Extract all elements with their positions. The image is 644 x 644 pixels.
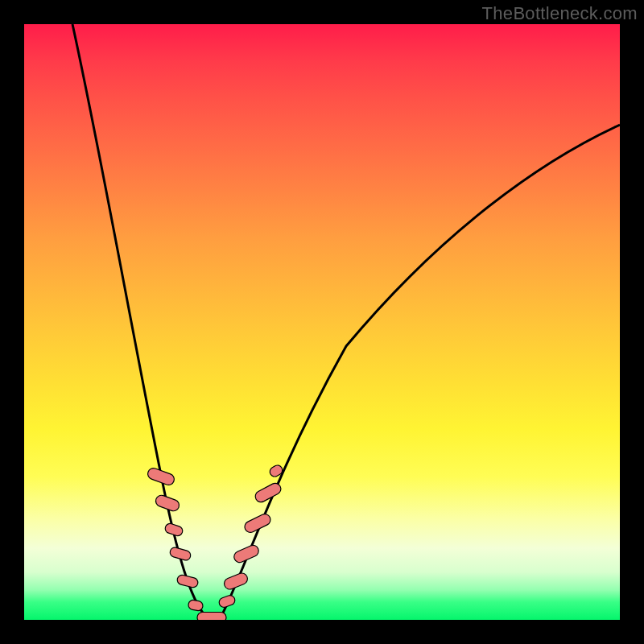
chart-frame: TheBottleneck.com <box>0 0 644 644</box>
marker-group <box>147 464 284 620</box>
marker <box>197 613 226 621</box>
curve-left-branch <box>72 24 208 618</box>
marker <box>188 600 204 612</box>
watermark-text: TheBottleneck.com <box>482 3 638 24</box>
marker <box>164 522 184 537</box>
curve-right-branch <box>221 125 620 617</box>
plot-area <box>24 24 620 620</box>
marker <box>218 594 237 609</box>
bottleneck-curve <box>24 24 620 620</box>
marker <box>222 572 249 591</box>
marker <box>254 481 283 504</box>
marker <box>169 547 192 562</box>
marker <box>176 574 199 588</box>
